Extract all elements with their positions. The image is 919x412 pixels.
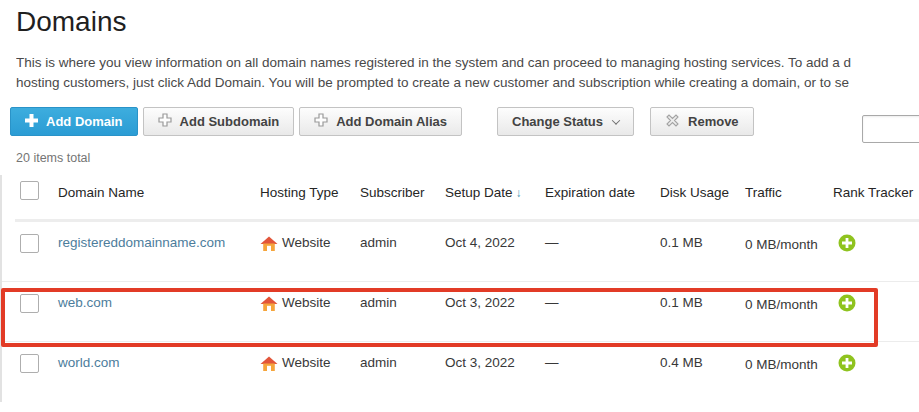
table-row: web.com Website admin Oct 3, 2022 — 0.1 … <box>2 282 919 342</box>
expiration-date-cell: — <box>545 282 660 341</box>
row-checkbox[interactable] <box>20 234 39 253</box>
column-header-traffic[interactable]: Traffic <box>745 185 833 200</box>
row-checkbox[interactable] <box>20 354 39 373</box>
domain-link[interactable]: registereddomainname.com <box>58 235 225 250</box>
add-domain-alias-button[interactable]: Add Domain Alias <box>299 107 462 136</box>
plus-circle-icon[interactable] <box>838 294 856 315</box>
traffic-cell: 0 MB/month <box>745 222 833 281</box>
column-header-subscriber[interactable]: Subscriber <box>360 185 445 200</box>
add-subdomain-label: Add Subdomain <box>180 114 280 129</box>
page-description: This is where you view information on al… <box>16 53 919 93</box>
row-checkbox-cell <box>16 342 58 402</box>
table-header-row: Domain Name Hosting Type Subscriber Setu… <box>2 175 919 222</box>
disk-usage-cell: 0.1 MB <box>660 282 745 341</box>
subscriber-cell: admin <box>360 282 445 341</box>
chevron-down-icon <box>612 116 620 124</box>
row-checkbox-cell <box>16 282 58 341</box>
hosting-type-label: Website <box>282 355 331 370</box>
add-domain-alias-label: Add Domain Alias <box>336 114 447 129</box>
setup-date-label: Setup Date <box>445 185 513 200</box>
setup-date-cell: Oct 4, 2022 <box>445 222 545 281</box>
select-all-cell <box>16 181 58 203</box>
column-header-hosting-type[interactable]: Hosting Type <box>260 185 360 200</box>
row-checkbox[interactable] <box>20 294 39 313</box>
add-domain-label: Add Domain <box>46 114 123 129</box>
sort-desc-icon: ↓ <box>516 186 522 200</box>
expiration-date-cell: — <box>545 342 660 402</box>
hosting-type-cell: Website <box>260 282 360 341</box>
plus-icon <box>25 114 38 130</box>
domain-name-cell: web.com <box>58 282 260 341</box>
column-header-expiration-date[interactable]: Expiration date <box>545 185 660 200</box>
hosting-type-label: Website <box>282 295 331 310</box>
page-description-line1: This is where you view information on al… <box>16 53 919 73</box>
subscriber-cell: admin <box>360 342 445 402</box>
change-status-label: Change Status <box>512 114 603 129</box>
remove-label: Remove <box>688 114 739 129</box>
house-icon <box>260 295 278 315</box>
cross-icon <box>665 113 680 131</box>
rank-tracker-cell <box>833 282 919 341</box>
column-header-rank-tracker[interactable]: Rank Tracker <box>833 185 919 200</box>
house-icon <box>260 235 278 255</box>
table-row: world.com Website admin Oct 3, 2022 — 0.… <box>2 342 919 402</box>
plus-circle-icon[interactable] <box>838 354 856 375</box>
page-description-line2: hosting customers, just click Add Domain… <box>16 73 919 93</box>
column-header-domain-name[interactable]: Domain Name <box>58 185 260 200</box>
hosting-type-cell: Website <box>260 222 360 281</box>
disk-usage-cell: 0.1 MB <box>660 222 745 281</box>
domains-list: Domain Name Hosting Type Subscriber Setu… <box>0 175 919 402</box>
change-status-button[interactable]: Change Status <box>497 107 634 136</box>
search-input[interactable] <box>862 115 919 143</box>
rank-tracker-cell <box>833 222 919 281</box>
setup-date-cell: Oct 3, 2022 <box>445 342 545 402</box>
hosting-type-cell: Website <box>260 342 360 402</box>
column-header-setup-date[interactable]: Setup Date↓ <box>445 185 545 200</box>
plus-outline-icon <box>314 113 328 130</box>
expiration-date-cell: — <box>545 222 660 281</box>
plus-circle-icon[interactable] <box>838 234 856 255</box>
domain-name-cell: world.com <box>58 342 260 402</box>
domain-link[interactable]: web.com <box>58 295 112 310</box>
select-all-checkbox[interactable] <box>20 181 39 200</box>
domain-link[interactable]: world.com <box>58 355 120 370</box>
domain-name-cell: registereddomainname.com <box>58 222 260 281</box>
add-domain-button[interactable]: Add Domain <box>10 107 138 136</box>
plus-outline-icon <box>158 113 172 130</box>
remove-button[interactable]: Remove <box>650 107 754 136</box>
rank-tracker-cell <box>833 342 919 402</box>
house-icon <box>260 355 278 375</box>
traffic-cell: 0 MB/month <box>745 282 833 341</box>
add-subdomain-button[interactable]: Add Subdomain <box>143 107 295 136</box>
traffic-cell: 0 MB/month <box>745 342 833 402</box>
hosting-type-label: Website <box>282 235 331 250</box>
subscriber-cell: admin <box>360 222 445 281</box>
items-total: 20 items total <box>16 151 919 165</box>
page-title: Domains <box>16 6 919 38</box>
row-checkbox-cell <box>16 222 58 281</box>
toolbar: Add Domain Add Subdomain Add Domain Alia… <box>10 107 919 136</box>
disk-usage-cell: 0.4 MB <box>660 342 745 402</box>
setup-date-cell: Oct 3, 2022 <box>445 282 545 341</box>
column-header-disk-usage[interactable]: Disk Usage <box>660 185 745 200</box>
table-row: registereddomainname.com Website admin O… <box>2 222 919 282</box>
